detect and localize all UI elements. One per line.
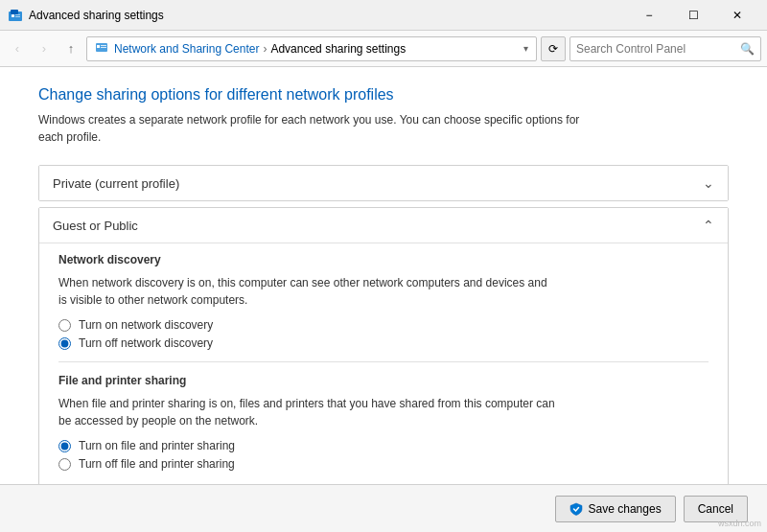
main-content: Change sharing options for different net… [0,67,767,484]
private-chevron-icon: ⌄ [703,175,714,191]
svg-rect-4 [15,16,20,17]
turn-on-discovery-radio[interactable] [58,319,71,332]
svg-rect-7 [101,45,106,46]
turn-on-sharing-label: Turn on file and printer sharing [79,439,235,452]
turn-on-discovery-option: Turn on network discovery [58,318,709,332]
svg-rect-2 [12,14,14,17]
private-profile-section: Private (current profile) ⌄ [38,165,729,201]
bottom-bar: Save changes Cancel [0,484,767,532]
svg-rect-6 [97,45,100,48]
guest-public-profile-header[interactable]: Guest or Public ⌃ [39,208,728,243]
section-separator [58,361,709,362]
turn-on-sharing-option: Turn on file and printer sharing [58,439,709,452]
guest-public-profile-name: Guest or Public [53,219,138,233]
page-subtitle: Windows creates a separate network profi… [38,111,594,146]
network-discovery-desc: When network discovery is on, this compu… [58,274,557,309]
breadcrumb-network-center[interactable]: Network and Sharing Center [114,42,259,56]
maximize-button[interactable]: ☐ [671,0,715,31]
turn-off-sharing-label: Turn off file and printer sharing [79,457,235,471]
guest-public-chevron-icon: ⌃ [703,218,714,233]
close-button[interactable]: ✕ [715,0,759,31]
svg-rect-8 [101,47,106,48]
guest-public-profile-body: Network discovery When network discovery… [39,243,728,484]
turn-on-discovery-label: Turn on network discovery [79,318,213,332]
save-label: Save changes [589,502,662,516]
turn-off-discovery-label: Turn off network discovery [79,336,213,350]
svg-rect-3 [15,14,20,15]
title-bar: Advanced sharing settings − ☐ ✕ [0,0,767,31]
forward-button[interactable]: › [33,37,56,60]
network-discovery-title: Network discovery [58,253,709,266]
watermark: wsxdn.com [718,519,761,528]
window-title: Advanced sharing settings [29,9,627,22]
breadcrumb-bar: Network and Sharing Center › Advanced sh… [86,36,537,61]
back-button[interactable]: ‹ [6,37,29,60]
address-bar: ‹ › ↑ Network and Sharing Center › Advan… [0,31,767,67]
search-box: 🔍 [569,36,761,61]
minimize-button[interactable]: − [627,0,671,31]
turn-off-discovery-radio[interactable] [58,337,71,350]
turn-off-sharing-radio[interactable] [58,458,71,471]
shield-icon [569,502,583,516]
breadcrumb-sep: › [263,42,267,56]
private-profile-name: Private (current profile) [53,176,179,191]
search-input[interactable] [576,42,740,56]
search-icon: 🔍 [740,42,755,56]
breadcrumb-chevron-icon: ▾ [523,43,528,54]
up-button[interactable]: ↑ [59,37,82,60]
window-icon [8,8,23,23]
svg-rect-1 [11,10,18,14]
file-printer-desc: When file and printer sharing is on, fil… [58,395,557,429]
save-changes-button[interactable]: Save changes [555,496,676,522]
refresh-button[interactable]: ⟳ [541,36,566,61]
page-title: Change sharing options for different net… [38,86,729,104]
guest-public-profile-section: Guest or Public ⌃ Network discovery When… [38,207,729,484]
turn-on-sharing-radio[interactable] [58,440,71,452]
turn-off-discovery-option: Turn off network discovery [58,336,709,350]
file-printer-title: File and printer sharing [58,374,709,387]
private-profile-header[interactable]: Private (current profile) ⌄ [39,166,728,200]
turn-off-sharing-option: Turn off file and printer sharing [58,457,709,471]
breadcrumb-icon [95,40,108,57]
window-controls: − ☐ ✕ [627,0,759,31]
breadcrumb-current: Advanced sharing settings [270,42,406,56]
